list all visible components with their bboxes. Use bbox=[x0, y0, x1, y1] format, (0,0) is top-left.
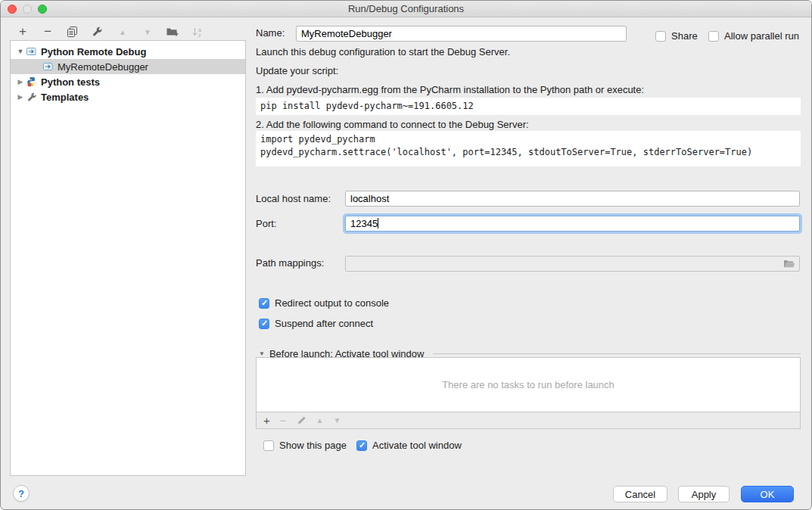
section-collapse-icon[interactable]: ▼ bbox=[259, 350, 265, 357]
svg-text:z: z bbox=[198, 33, 201, 38]
run-debug-configurations-dialog: Run/Debug Configurations + − ▲ ▼ az ▼ Py… bbox=[0, 0, 812, 510]
share-checkbox-row[interactable]: Share bbox=[655, 28, 698, 44]
launch-instruction-text: Launch this debug configuration to start… bbox=[256, 44, 510, 60]
copy-configuration-button[interactable] bbox=[66, 25, 79, 39]
local-host-name-input[interactable]: localhost bbox=[345, 191, 800, 207]
activate-tool-window-checkbox-row[interactable]: Activate tool window bbox=[356, 437, 462, 453]
redirect-output-checkbox-row[interactable]: Redirect output to console bbox=[259, 295, 389, 311]
text-cursor bbox=[378, 218, 378, 229]
browse-folder-icon[interactable] bbox=[783, 260, 795, 269]
remote-debug-icon bbox=[26, 46, 38, 57]
chevron-collapsed-icon[interactable]: ▶ bbox=[15, 93, 26, 101]
code-line-1: import pydevd_pycharm bbox=[260, 134, 375, 145]
step2-text: 2. Add the following command to connect … bbox=[256, 117, 529, 132]
configuration-editor: Name: MyRemoteDebugger Share Allow paral… bbox=[256, 1, 801, 510]
update-script-text: Update your script: bbox=[256, 63, 338, 79]
remove-task-button: − bbox=[280, 414, 287, 427]
show-this-page-label: Show this page bbox=[279, 437, 347, 453]
activate-tool-window-label: Activate tool window bbox=[372, 437, 462, 453]
allow-parallel-run-checkbox[interactable] bbox=[708, 31, 719, 42]
local-host-name-label: Local host name: bbox=[256, 191, 331, 207]
suspend-after-connect-checkbox[interactable] bbox=[259, 319, 269, 329]
allow-parallel-run-checkbox-row[interactable]: Allow parallel run bbox=[708, 28, 799, 44]
minimize-window-button bbox=[23, 5, 32, 14]
step1-text: 1. Add pydevd-pycharm.egg from the PyCha… bbox=[256, 82, 644, 98]
path-mappings-label: Path mappings: bbox=[256, 255, 324, 271]
close-window-button[interactable] bbox=[8, 5, 17, 14]
edit-task-pencil-icon bbox=[297, 415, 306, 425]
name-input[interactable]: MyRemoteDebugger bbox=[296, 26, 627, 42]
tree-item-label: Templates bbox=[41, 92, 89, 103]
path-mappings-input[interactable] bbox=[345, 256, 800, 272]
tree-item-label: Python tests bbox=[41, 76, 100, 88]
tasks-empty-text: There are no tasks to run before launch bbox=[442, 379, 614, 390]
name-label: Name: bbox=[256, 25, 285, 41]
templates-wrench-icon bbox=[26, 92, 38, 102]
zoom-window-button[interactable] bbox=[38, 5, 47, 14]
section-divider bbox=[433, 353, 801, 354]
show-this-page-checkbox-row[interactable]: Show this page bbox=[263, 437, 347, 453]
port-label: Port: bbox=[256, 216, 276, 232]
port-input[interactable]: 12345 bbox=[345, 216, 800, 232]
show-this-page-checkbox[interactable] bbox=[263, 440, 274, 451]
chevron-collapsed-icon[interactable]: ▶ bbox=[15, 78, 26, 86]
sort-alphabetically-icon: az bbox=[191, 25, 204, 39]
code-line-2: pydevd_pycharm.settrace('localhost', por… bbox=[260, 147, 752, 157]
tree-item-python-remote-debug[interactable]: ▼ Python Remote Debug bbox=[11, 44, 245, 59]
tasks-toolbar: + − ▲ ▼ bbox=[256, 412, 801, 429]
move-task-up-button: ▲ bbox=[316, 416, 324, 424]
tree-item-python-tests[interactable]: ▶ Python tests bbox=[11, 74, 245, 89]
activate-tool-window-checkbox[interactable] bbox=[356, 440, 367, 451]
share-checkbox[interactable] bbox=[655, 31, 666, 42]
tree-item-label: Python Remote Debug bbox=[41, 46, 146, 58]
chevron-expanded-icon[interactable]: ▼ bbox=[15, 48, 26, 55]
new-folder-button[interactable] bbox=[166, 25, 179, 39]
pip-command-code[interactable]: pip install pydevd-pycharm~=191.6605.12 bbox=[256, 98, 801, 115]
tree-item-templates[interactable]: ▶ Templates bbox=[11, 89, 245, 104]
apply-button[interactable]: Apply bbox=[678, 486, 730, 502]
configurations-tree: ▼ Python Remote Debug MyRemoteDebugger ▶… bbox=[10, 40, 246, 476]
settrace-code-block[interactable]: import pydevd_pycharmpydevd_pycharm.sett… bbox=[256, 131, 801, 166]
move-task-down-button: ▼ bbox=[333, 416, 341, 424]
tree-item-label: MyRemoteDebugger bbox=[58, 61, 148, 73]
configurations-toolbar: + − ▲ ▼ az bbox=[16, 24, 204, 39]
ok-button[interactable]: OK bbox=[741, 486, 794, 502]
edit-defaults-icon[interactable] bbox=[91, 25, 104, 39]
allow-parallel-run-label: Allow parallel run bbox=[724, 28, 799, 44]
before-launch-tasks-list[interactable]: There are no tasks to run before launch bbox=[256, 357, 801, 412]
move-down-button: ▼ bbox=[141, 25, 154, 39]
remove-configuration-button[interactable]: − bbox=[41, 25, 54, 39]
svg-text:a: a bbox=[198, 26, 201, 32]
add-configuration-button[interactable]: + bbox=[16, 25, 30, 39]
move-up-button: ▲ bbox=[116, 25, 129, 39]
redirect-output-label: Redirect output to console bbox=[275, 295, 389, 311]
remote-debug-icon bbox=[42, 61, 54, 72]
add-task-button[interactable]: + bbox=[263, 415, 270, 427]
suspend-after-connect-label: Suspend after connect bbox=[275, 316, 373, 331]
cancel-button[interactable]: Cancel bbox=[613, 486, 667, 502]
redirect-output-checkbox[interactable] bbox=[259, 298, 269, 309]
question-mark-icon: ? bbox=[18, 488, 24, 499]
tree-item-myremotedebugger[interactable]: MyRemoteDebugger bbox=[11, 59, 245, 74]
help-button[interactable]: ? bbox=[13, 485, 30, 502]
suspend-after-connect-checkbox-row[interactable]: Suspend after connect bbox=[259, 316, 373, 331]
share-label: Share bbox=[671, 28, 698, 44]
python-tests-icon bbox=[26, 76, 38, 87]
traffic-lights bbox=[8, 5, 47, 14]
